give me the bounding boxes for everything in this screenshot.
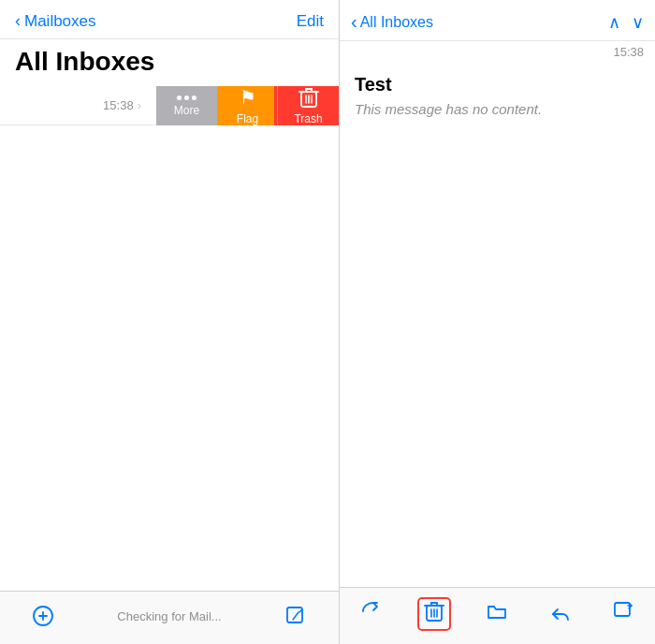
flag-icon: ⚑ <box>240 86 256 109</box>
chevron-left-icon: ‹ <box>15 11 21 31</box>
flag-label: Flag <box>237 112 258 125</box>
reply-forward-button[interactable] <box>544 598 577 630</box>
email-row-container: More ⚑ Flag <box>0 86 339 125</box>
folder-button[interactable] <box>480 598 514 630</box>
right-toolbar <box>340 587 655 644</box>
right-nav: ‹ All Inboxes ∧ ∨ <box>340 0 655 41</box>
more-label: More <box>174 104 199 117</box>
chevron-left-icon: ‹ <box>351 11 357 33</box>
email-time: 15:38 › <box>103 98 141 112</box>
mailboxes-label: Mailboxes <box>24 12 96 31</box>
left-toolbar: Checking for Mail... <box>0 591 339 644</box>
left-nav: ‹ Mailboxes Edit <box>0 0 339 39</box>
prev-message-button[interactable]: ∧ <box>608 12 620 33</box>
svg-rect-11 <box>287 607 302 622</box>
checking-text: Checking for Mail... <box>117 609 221 623</box>
trash-label: Trash <box>294 112 322 125</box>
all-inboxes-back-label: All Inboxes <box>360 14 433 31</box>
compose-icon-button[interactable] <box>17 601 69 631</box>
message-time: 15:38 <box>340 41 655 59</box>
trash-icon <box>298 86 319 109</box>
next-message-button[interactable]: ∨ <box>632 12 644 33</box>
email-detail-subject: Test <box>355 74 640 95</box>
trash-action-button[interactable]: Trash <box>278 86 339 125</box>
all-inboxes-title: All Inboxes <box>0 39 339 86</box>
left-pane: ‹ Mailboxes Edit All Inboxes More ⚑ <box>0 0 340 644</box>
email-time-value: 15:38 <box>103 98 134 112</box>
email-list: More ⚑ Flag <box>0 86 339 591</box>
email-detail: Test This message has no content. <box>340 59 655 132</box>
checking-mail-status: Checking for Mail... <box>102 606 236 627</box>
all-inboxes-back-button[interactable]: ‹ All Inboxes <box>351 11 433 33</box>
svg-rect-20 <box>615 603 630 616</box>
email-row-content: t. 15:38 › <box>0 97 141 113</box>
trash-button[interactable] <box>417 597 451 631</box>
mailboxes-back-button[interactable]: ‹ Mailboxes <box>15 11 96 31</box>
email-row-top: t. 15:38 › <box>0 97 141 113</box>
compose-new-button[interactable] <box>606 598 640 630</box>
more-dots-icon <box>177 95 196 100</box>
email-list-item[interactable]: t. 15:38 › <box>0 86 156 125</box>
flag-action-button[interactable]: ⚑ Flag <box>217 86 278 125</box>
chevron-right-icon: › <box>138 98 141 112</box>
reply-button[interactable] <box>355 598 388 630</box>
email-detail-preview: This message has no content. <box>355 101 640 117</box>
more-icon <box>177 95 196 100</box>
nav-arrows: ∧ ∨ <box>608 12 644 33</box>
right-pane: ‹ All Inboxes ∧ ∨ 15:38 Test This messag… <box>340 0 655 644</box>
edit-button[interactable]: Edit <box>297 12 324 31</box>
more-action-button[interactable]: More <box>156 86 217 125</box>
compose-button[interactable] <box>269 601 322 631</box>
swipe-actions: More ⚑ Flag <box>156 86 339 125</box>
